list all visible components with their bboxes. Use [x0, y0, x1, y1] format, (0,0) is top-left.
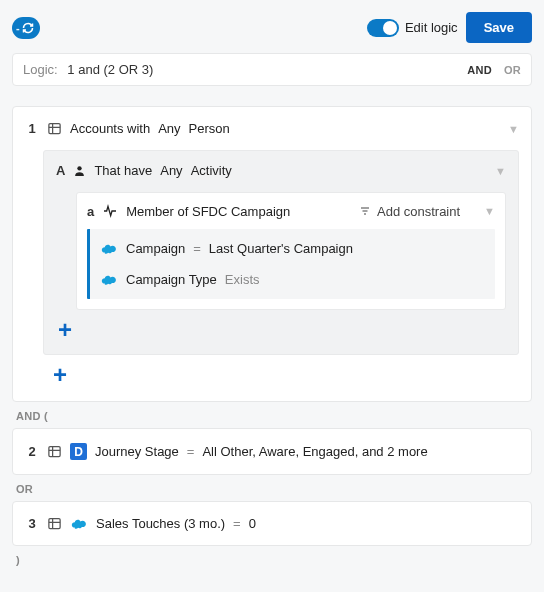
add-rule-outer[interactable]: +: [53, 363, 519, 387]
chevron-down-icon[interactable]: ▼: [495, 165, 506, 177]
svg-rect-2: [49, 447, 60, 457]
salesforce-icon: [100, 274, 118, 286]
view-toggle[interactable]: -: [12, 17, 40, 39]
op-label: =: [233, 516, 241, 531]
block-index: 3: [25, 516, 39, 531]
logic-bar[interactable]: Logic: 1 and (2 OR 3) AND OR: [12, 53, 532, 86]
subsection-label: Member of SFDC Campaign: [126, 204, 290, 219]
value-label: All Other, Aware, Engaged, and 2 more: [202, 444, 427, 459]
refresh-icon: [22, 22, 34, 34]
person-icon: [73, 164, 86, 177]
data-source-icon: D: [70, 443, 87, 460]
rule-header-1[interactable]: 1 Accounts with Any Person ▼: [25, 121, 519, 136]
condition-row[interactable]: Campaign Type Exists: [98, 264, 487, 295]
chevron-down-icon[interactable]: ▼: [484, 205, 495, 217]
connector-or: OR: [16, 483, 528, 495]
section-letter: A: [56, 163, 65, 178]
logic-label: Logic:: [23, 62, 58, 77]
section-prefix: That have: [94, 163, 152, 178]
filter-icon: [359, 205, 371, 217]
section-qty[interactable]: Any: [160, 163, 182, 178]
field-label: Journey Stage: [95, 444, 179, 459]
switch-icon: [367, 19, 399, 37]
relation-label[interactable]: Person: [189, 121, 230, 136]
field-label: Sales Touches (3 mo.): [96, 516, 225, 531]
object-icon: [47, 121, 62, 136]
svg-rect-0: [49, 124, 60, 134]
condition-op: =: [193, 241, 201, 256]
svg-rect-3: [49, 519, 60, 529]
qty-label[interactable]: Any: [158, 121, 180, 136]
svg-point-1: [78, 166, 82, 170]
rule-section-a: A That have Any Activity ▼ a: [43, 150, 519, 355]
constraint-header[interactable]: a Member of SFDC Campaign Add constraint…: [87, 203, 495, 219]
subsection-letter: a: [87, 204, 94, 219]
block-index: 2: [25, 444, 39, 459]
logic-op-and[interactable]: AND: [467, 64, 492, 76]
connector-and-open: AND (: [16, 410, 528, 422]
condition-field: Campaign: [126, 241, 185, 256]
edit-logic-label: Edit logic: [405, 20, 458, 35]
edit-logic-toggle[interactable]: Edit logic: [367, 19, 458, 37]
value-label: 0: [249, 516, 256, 531]
object-icon: [47, 516, 62, 531]
add-rule-inner[interactable]: +: [58, 318, 506, 342]
chevron-down-icon[interactable]: ▼: [508, 123, 519, 135]
condition-value: Last Quarter's Campaign: [209, 241, 353, 256]
salesforce-icon: [70, 518, 88, 530]
condition-op: Exists: [225, 272, 260, 287]
rule-block-2[interactable]: 2 D Journey Stage = All Other, Aware, En…: [12, 428, 532, 475]
toolbar: - Edit logic Save: [12, 12, 532, 43]
rule-block-1: 1 Accounts with Any Person ▼ A That have: [12, 106, 532, 402]
rule-subsection-a: a Member of SFDC Campaign Add constraint…: [76, 192, 506, 310]
object-icon: [47, 444, 62, 459]
condition-field: Campaign Type: [126, 272, 217, 287]
add-constraint-label: Add constraint: [377, 204, 460, 219]
activity-icon: [102, 203, 118, 219]
salesforce-icon: [100, 243, 118, 255]
rule-header-a[interactable]: A That have Any Activity ▼: [56, 163, 506, 178]
condition-row[interactable]: Campaign = Last Quarter's Campaign: [98, 233, 487, 264]
add-constraint-button[interactable]: Add constraint ▼: [359, 204, 495, 219]
object-label: Accounts with: [70, 121, 150, 136]
rule-block-3[interactable]: 3 Sales Touches (3 mo.) = 0: [12, 501, 532, 546]
op-label: =: [187, 444, 195, 459]
section-relation[interactable]: Activity: [191, 163, 232, 178]
logic-expression: 1 and (2 OR 3): [67, 62, 153, 77]
block-index: 1: [25, 121, 39, 136]
conditions-list: Campaign = Last Quarter's Campaign Campa…: [87, 229, 495, 299]
connector-close: ): [16, 554, 528, 566]
save-button[interactable]: Save: [466, 12, 532, 43]
logic-op-or[interactable]: OR: [504, 64, 521, 76]
